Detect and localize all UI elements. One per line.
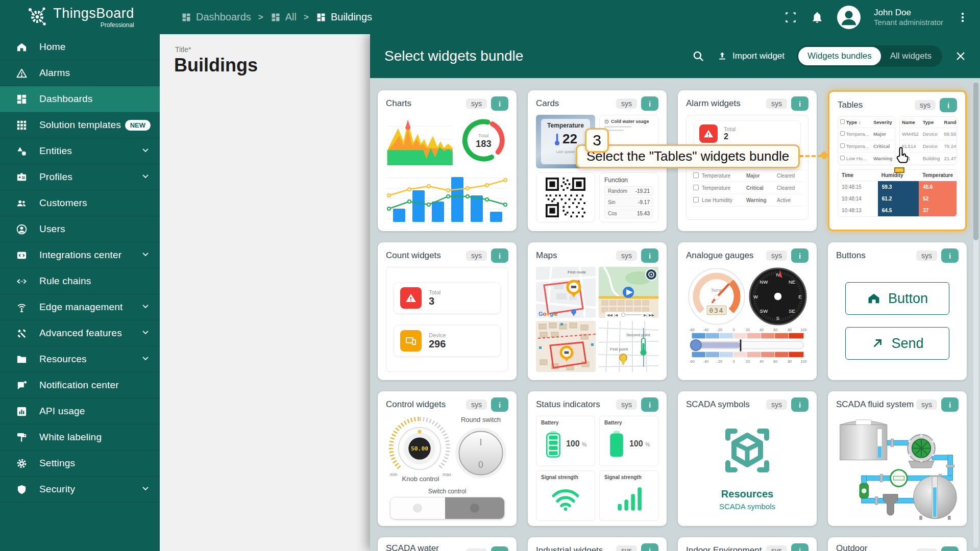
dashboard-title-value[interactable]: Buildings: [174, 55, 370, 76]
upload-icon: [717, 51, 727, 61]
charts-preview: Total 183: [386, 115, 508, 166]
sidebar-item-alarms[interactable]: Alarms: [0, 60, 160, 86]
bundle-card-charts[interactable]: Charts sysi Total 183: [378, 90, 517, 231]
tutorial-tooltip: Select the "Tables" widgets bundle: [576, 144, 800, 168]
sidebar-item-integrations-center[interactable]: Integrations center: [0, 242, 160, 268]
info-button[interactable]: i: [641, 397, 658, 412]
sidebar-item-entities[interactable]: Entities: [0, 138, 160, 164]
info-button[interactable]: i: [941, 546, 959, 551]
avatar[interactable]: [837, 6, 861, 29]
bundle-card-outdoor-environment[interactable]: Outdoor Environment sysi: [828, 537, 967, 551]
close-icon[interactable]: [954, 50, 967, 62]
thingsboard-logo[interactable]: ThingsBoard Professional: [0, 5, 160, 30]
bar-line-chart-preview: [386, 169, 508, 222]
bundle-card-indoor-environment[interactable]: Indoor Environment sysi: [678, 537, 817, 551]
svg-text:▶▶: ▶▶: [649, 313, 654, 317]
svg-text:50.00: 50.00: [411, 445, 428, 452]
bundle-card-analogue-gauges[interactable]: Analogue gauges sysi Temp 034: [678, 242, 817, 380]
sidebar-item-api-usage[interactable]: API usage: [0, 398, 160, 424]
info-button[interactable]: i: [941, 248, 959, 263]
sidebar-item-users[interactable]: Users: [0, 216, 160, 242]
sidebar-item-dashboards[interactable]: Dashboards: [0, 86, 160, 112]
bundle-card-status-indicators[interactable]: Status indicators sysi Battery 100 % Bat…: [528, 391, 667, 526]
info-button[interactable]: i: [491, 96, 508, 111]
breadcrumb-dashboards[interactable]: Dashboards: [181, 11, 251, 23]
dialog-scrollbar[interactable]: [973, 81, 978, 548]
bundle-card-buttons[interactable]: Buttons sysi Button Send: [828, 242, 967, 380]
sidebar-item-security[interactable]: Security: [0, 477, 160, 503]
shield-icon: [15, 483, 28, 495]
sys-badge: sys: [616, 545, 637, 551]
svg-text:SW: SW: [760, 308, 768, 314]
sidebar-item-edge-management[interactable]: Edge management: [0, 294, 160, 320]
sidebar-item-customers[interactable]: Customers: [0, 190, 160, 216]
dashboard-icon: [316, 12, 326, 22]
screen: ThingsBoard Professional Dashboards > Al…: [0, 0, 980, 551]
info-button[interactable]: i: [641, 543, 658, 551]
scrollbar-thumb[interactable]: [973, 82, 978, 240]
info-button[interactable]: i: [791, 543, 808, 551]
toggle-all-widgets[interactable]: All widgets: [881, 47, 941, 65]
bundle-card-scada-symbols[interactable]: SCADA symbols sysi Resources SCADA symbo…: [678, 391, 817, 526]
dashboard-form-panel: Title* Buildings: [160, 34, 370, 551]
sidebar-item-rule-chains[interactable]: Rule chains: [0, 268, 160, 294]
svg-text:0: 0: [478, 460, 483, 470]
info-button[interactable]: i: [491, 546, 508, 551]
svg-text:E: E: [798, 294, 801, 299]
breadcrumb-buildings[interactable]: Buildings: [316, 11, 372, 23]
hand-cursor: [892, 147, 910, 169]
user-info[interactable]: John Doe Tenant administrator: [874, 7, 943, 28]
bundle-card-count-widgets[interactable]: Count widgets sysi Total3 Device296: [378, 242, 517, 380]
sidebar-item-profiles[interactable]: Profiles: [0, 164, 160, 190]
bundle-card-scada-water-system[interactable]: SCADA water system sysi: [378, 537, 517, 551]
battery-segmented-icon: [545, 430, 562, 458]
search-icon[interactable]: [692, 49, 705, 63]
svg-text:40: 40: [760, 359, 764, 364]
sidebar-item-white-labeling[interactable]: White labeling: [0, 424, 160, 450]
bundle-card-scada-fluid-system[interactable]: SCADA fluid system sysi: [828, 391, 967, 526]
svg-text:-20: -20: [717, 328, 722, 332]
message-icon: [15, 379, 28, 391]
info-button[interactable]: i: [791, 96, 808, 111]
sidebar-item-notification-center[interactable]: Notification center: [0, 372, 160, 398]
info-button[interactable]: i: [940, 98, 957, 112]
chevron-down-icon: [140, 301, 151, 313]
info-button[interactable]: i: [641, 248, 658, 263]
toggle-widgets-bundles[interactable]: Widgets bundles: [798, 47, 881, 65]
sys-badge: sys: [916, 399, 937, 410]
svg-text:-40: -40: [703, 328, 708, 332]
buttons-preview: Button Send: [836, 267, 959, 360]
info-button[interactable]: i: [791, 397, 808, 412]
import-widget-button[interactable]: Import widget: [717, 51, 785, 61]
sidebar-item-solution-templates[interactable]: Solution templates NEW: [0, 112, 160, 138]
top-bar: ThingsBoard Professional Dashboards > Al…: [0, 0, 980, 34]
notifications-bell-icon[interactable]: [811, 11, 824, 24]
people-icon: [15, 197, 28, 209]
info-button[interactable]: i: [791, 248, 808, 263]
sidebar-item-resources[interactable]: Resources: [0, 346, 160, 372]
sidebar-item-advanced-features[interactable]: Advanced features: [0, 320, 160, 346]
svg-text:100: 100: [800, 359, 806, 364]
bundle-title: Outdoor Environment: [836, 543, 916, 551]
bundle-card-maps[interactable]: Maps sysi First route: [528, 242, 667, 380]
kebab-menu-icon[interactable]: [957, 11, 969, 23]
breadcrumb-all[interactable]: All: [271, 11, 297, 23]
bundle-card-control-widgets[interactable]: Control widgets sysi 50.00 m: [378, 391, 517, 526]
person-icon: [15, 223, 28, 235]
info-button[interactable]: i: [491, 397, 508, 412]
sidebar-item-settings[interactable]: Settings: [0, 450, 160, 477]
info-button[interactable]: i: [941, 397, 959, 412]
bundle-title: Control widgets: [386, 399, 446, 410]
thingsboard-logo-icon: [26, 5, 49, 30]
svg-text:I: I: [480, 437, 482, 447]
dialog-header: Select widgets bundle Import widget Widg…: [370, 34, 980, 78]
bundle-card-industrial-widgets[interactable]: Industrial widgets sysi: [528, 537, 667, 551]
info-button[interactable]: i: [641, 96, 658, 111]
sys-badge: sys: [766, 399, 787, 410]
round-switch-preview: I 0: [454, 427, 507, 480]
fullscreen-icon[interactable]: [784, 11, 797, 24]
cube-scan-icon: [717, 420, 778, 481]
info-button[interactable]: i: [491, 248, 508, 263]
svg-text:-60: -60: [689, 328, 694, 332]
sidebar-item-home[interactable]: Home: [0, 34, 160, 60]
